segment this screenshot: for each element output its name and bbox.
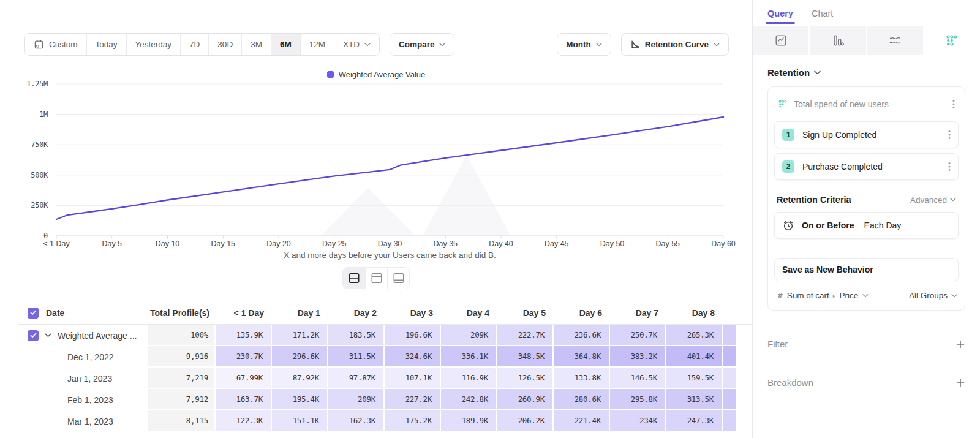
retention-value-cell[interactable]: 265.3K (666, 325, 723, 346)
retention-value-cell[interactable]: 162.3K (328, 410, 385, 432)
total-profiles-cell[interactable]: 9,916 (148, 346, 216, 368)
retention-value-cell[interactable]: 222.7K (497, 325, 554, 346)
range-today[interactable]: Today (86, 34, 126, 55)
breakdown-section: Breakdown (767, 377, 965, 388)
criteria-condition-card[interactable]: On or Before Each Day (774, 212, 959, 239)
select-all-checkbox[interactable] (28, 308, 39, 319)
day-column-header[interactable]: Day 5 (497, 308, 554, 318)
criteria-mode-dropdown[interactable]: Advanced (910, 195, 956, 205)
compare-button[interactable]: Compare (390, 33, 455, 56)
behavior-step-card[interactable]: 2Purchase Completed (774, 153, 959, 180)
total-profiles-cell[interactable]: 7,912 (148, 389, 216, 410)
retention-value-cell[interactable]: 146.5K (610, 368, 666, 389)
retention-value-cell[interactable]: 230.7K (216, 346, 272, 368)
day-column-header[interactable]: Day 7 (610, 308, 666, 318)
granularity-button[interactable]: Month (557, 33, 611, 56)
tab-retention[interactable] (924, 26, 980, 55)
retention-value-cell[interactable]: 401.4K (666, 346, 723, 368)
layout-table-button[interactable] (387, 268, 409, 289)
range-6m[interactable]: 6M (271, 34, 300, 55)
retention-value-cell[interactable]: 116.9K (441, 368, 497, 389)
total-profiles-header[interactable]: Total Profile(s) (148, 308, 216, 318)
layout-chart-button[interactable] (365, 268, 387, 289)
retention-value-cell[interactable]: 236.6K (554, 325, 610, 346)
retention-value-cell[interactable]: 348.5K (497, 346, 554, 368)
retention-value-cell[interactable]: 151.1K (272, 410, 328, 432)
groups-dropdown[interactable]: All Groups (909, 291, 957, 300)
retention-value-cell[interactable]: 159.5K (666, 368, 723, 389)
day-column-header[interactable]: Day 2 (328, 308, 385, 318)
retention-value-cell[interactable]: 234K (610, 410, 666, 432)
retention-value-cell[interactable]: 324.6K (385, 346, 441, 368)
range-yesterday[interactable]: Yesterday (126, 34, 181, 55)
kebab-menu-icon[interactable] (946, 160, 953, 173)
retention-value-cell[interactable]: 313.5K (666, 389, 723, 410)
row-checkbox[interactable] (28, 330, 39, 341)
total-profiles-cell[interactable]: 7,219 (148, 368, 216, 389)
day-column-header[interactable]: Day 8 (666, 308, 723, 318)
retention-value-cell[interactable]: 163.7K (216, 389, 272, 410)
retention-value-cell[interactable]: 183.5K (328, 325, 385, 346)
retention-value-cell[interactable]: 87.92K (272, 368, 328, 389)
chart-type-button[interactable]: Retention Curve (621, 33, 729, 56)
retention-value-cell[interactable]: 107.1K (385, 368, 441, 389)
add-filter-button[interactable] (956, 339, 965, 349)
day-column-header[interactable]: < 1 Day (216, 308, 272, 318)
retention-value-cell[interactable]: 296.6K (272, 346, 328, 368)
kebab-menu-icon[interactable] (946, 129, 953, 141)
retention-value-cell[interactable]: 209K (441, 325, 497, 346)
save-as-new-behavior-button[interactable]: Save as New Behavior (774, 258, 959, 281)
range-3m[interactable]: 3M (241, 34, 271, 55)
retention-value-cell[interactable]: 209K (328, 389, 385, 410)
retention-value-cell[interactable]: 175.2K (385, 410, 441, 432)
range-xtd[interactable]: XTD (334, 34, 379, 55)
retention-value-cell[interactable]: 195.4K (272, 389, 328, 410)
retention-value-cell[interactable]: 67.99K (216, 368, 272, 389)
expand-row-button[interactable] (45, 333, 51, 338)
retention-value-cell[interactable]: 336.1K (441, 346, 497, 368)
retention-value-cell[interactable]: 126.5K (497, 368, 554, 389)
behavior-step-card[interactable]: 1Sign Up Completed (774, 121, 959, 148)
tab-flows[interactable] (867, 26, 924, 55)
tab-funnels[interactable] (810, 26, 867, 55)
retention-value-cell[interactable]: 260.9K (497, 389, 554, 410)
total-profiles-cell[interactable]: 8,115 (148, 410, 216, 432)
tab-query[interactable]: Query (767, 9, 793, 24)
retention-value-cell[interactable]: 171.2K (272, 325, 328, 346)
layout-split-button[interactable] (343, 268, 365, 289)
retention-value-cell[interactable]: 221.4K (554, 410, 610, 432)
retention-value-cell[interactable]: 196.6K (385, 325, 441, 346)
retention-value-cell[interactable]: 135.9K (216, 325, 272, 346)
weighted-average-line[interactable] (56, 117, 723, 219)
retention-value-cell[interactable]: 247.3K (666, 410, 723, 432)
day-column-header[interactable]: Day 6 (554, 308, 610, 318)
retention-value-cell[interactable]: 383.2K (610, 346, 666, 368)
retention-value-cell[interactable]: 133.8K (554, 368, 610, 389)
kebab-menu-icon[interactable] (950, 98, 957, 110)
retention-value-cell[interactable]: 280.6K (554, 389, 610, 410)
range-7d[interactable]: 7D (180, 34, 208, 55)
retention-value-cell[interactable]: 206.2K (497, 410, 554, 432)
report-section-dropdown[interactable]: Retention (767, 67, 965, 78)
day-column-header[interactable]: Day 4 (441, 308, 497, 318)
range-30d[interactable]: 30D (208, 34, 241, 55)
retention-value-cell[interactable]: 189.9K (441, 410, 497, 432)
range-custom[interactable]: Custom (25, 34, 86, 55)
retention-value-cell[interactable]: 227.2K (385, 389, 441, 410)
day-column-header[interactable]: Day 1 (272, 308, 328, 318)
day-column-header[interactable]: Day 3 (385, 308, 441, 318)
add-breakdown-button[interactable] (956, 378, 965, 388)
tab-chart[interactable]: Chart (812, 9, 833, 24)
retention-value-cell[interactable]: 97.87K (328, 368, 385, 389)
retention-value-cell[interactable]: 250.7K (610, 325, 666, 346)
retention-value-cell[interactable]: 242.8K (441, 389, 497, 410)
y-axis-tick: 750K (0, 140, 48, 149)
range-12m[interactable]: 12M (300, 34, 334, 55)
total-profiles-cell[interactable]: 100% (148, 325, 216, 346)
measure-field-dropdown[interactable]: Sum of cart ▸ Price (787, 291, 869, 300)
tab-insights[interactable] (753, 26, 810, 55)
retention-value-cell[interactable]: 364.8K (554, 346, 610, 368)
retention-value-cell[interactable]: 122.3K (216, 410, 272, 432)
retention-value-cell[interactable]: 295.8K (610, 389, 666, 410)
retention-value-cell[interactable]: 311.5K (328, 346, 385, 368)
